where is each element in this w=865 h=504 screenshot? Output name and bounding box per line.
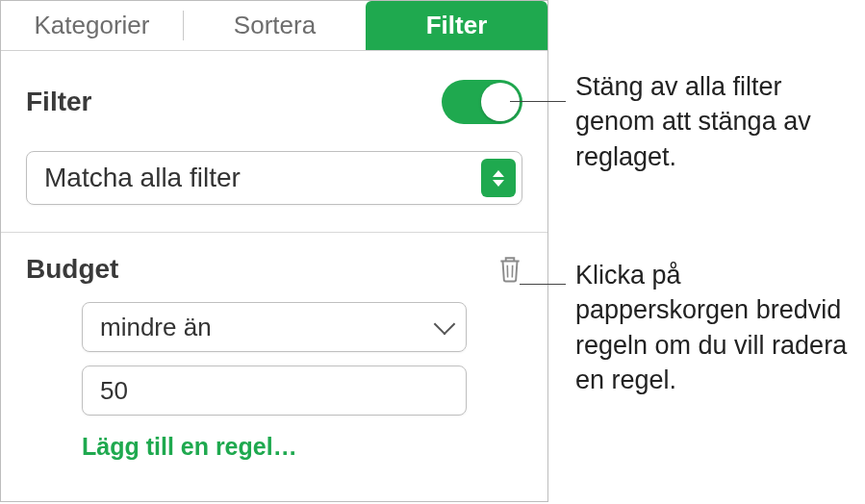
- operator-select-value: mindre än: [100, 313, 212, 342]
- tab-sort[interactable]: Sortera: [184, 1, 366, 50]
- rule-title: Budget: [26, 254, 118, 285]
- panel-body: Filter Matcha alla filter Budget mindr: [1, 51, 547, 461]
- callout-trash: Klicka på papperskorgen bredvid regeln o…: [575, 258, 854, 398]
- toggle-knob: [481, 83, 520, 121]
- operator-select[interactable]: mindre än: [82, 302, 467, 352]
- rule-header: Budget: [26, 254, 522, 285]
- value-input[interactable]: [82, 365, 467, 416]
- callout-line-toggle: [510, 101, 566, 102]
- tab-filter[interactable]: Filter: [366, 1, 547, 50]
- tab-categories[interactable]: Kategorier: [1, 1, 183, 50]
- filter-heading: Filter: [26, 87, 91, 117]
- callout-toggle: Stäng av alla filter genom att stänga av…: [575, 69, 845, 174]
- callout-line-trash: [520, 284, 566, 285]
- filter-header-row: Filter: [26, 80, 522, 124]
- match-select-value: Matcha alla filter: [44, 163, 241, 193]
- add-rule-link[interactable]: Lägg till en regel…: [82, 433, 467, 461]
- filter-toggle[interactable]: [442, 80, 522, 124]
- tab-filter-label: Filter: [426, 11, 488, 40]
- rule-body: mindre än Lägg till en regel…: [26, 302, 522, 461]
- match-select[interactable]: Matcha alla filter: [26, 151, 522, 205]
- updown-icon: [481, 159, 516, 197]
- chevron-down-icon: [434, 314, 456, 336]
- filter-panel: Kategorier Sortera Filter Filter Matcha …: [0, 0, 548, 502]
- tab-categories-label: Kategorier: [35, 11, 150, 40]
- divider: [1, 232, 547, 233]
- tab-sort-label: Sortera: [234, 11, 316, 40]
- tab-bar: Kategorier Sortera Filter: [1, 1, 547, 51]
- trash-icon[interactable]: [497, 255, 522, 284]
